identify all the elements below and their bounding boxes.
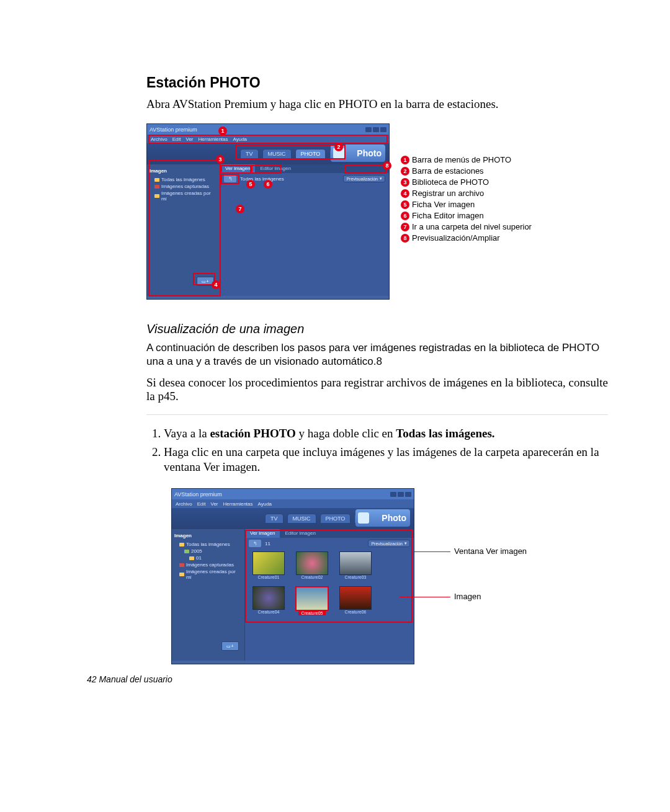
station-tab-tv[interactable]: TV (265, 514, 284, 524)
menu-item[interactable]: Herramientas (199, 136, 228, 142)
sidebar-item-all[interactable]: Todas las imágenes (174, 541, 242, 548)
avstation-screenshot-1: AVStation premium Archivo Edit Ver Herra… (146, 123, 390, 300)
avstation-screenshot-2: AVStation premium Archivo Edit Ver Herra… (171, 488, 414, 664)
legend-item: Barra de menús de PHOTO (412, 154, 511, 166)
legend-item: Biblioteca de PHOTO (412, 177, 489, 188)
sidebar-header: Imagen (174, 533, 242, 538)
section2-p2: Si desea conocer los procedimientos para… (146, 376, 608, 403)
divider (146, 414, 608, 415)
menu-item[interactable]: Herramientas (223, 501, 253, 507)
image-thumbnail[interactable]: Creature05 (295, 586, 329, 617)
legend-item: Ficha Ver imagen (412, 199, 475, 210)
station-tab-music[interactable]: MUSIC (287, 514, 316, 524)
page-footer: 42 Manual del usuario (87, 674, 172, 684)
menu-item[interactable]: Ayuda (233, 136, 248, 142)
preview-button[interactable]: Previsualización▾ (368, 540, 410, 547)
step-1: Vaya a la estación PHOTO y haga doble cl… (164, 426, 608, 441)
image-thumbnail[interactable]: Creature04 (251, 586, 286, 617)
breadcrumb: 11 (265, 541, 270, 547)
legend-item: Ficha Editor imagen (412, 210, 484, 221)
intro-text: Abra AVStation Premium y haga clic en PH… (146, 97, 608, 111)
sidebar-item-captured[interactable]: Imágenes capturadas (174, 561, 242, 568)
menu-item[interactable]: Ver (210, 501, 218, 507)
up-button[interactable]: ↰ (249, 540, 261, 547)
menu-item[interactable]: Edit (197, 501, 206, 507)
section-title: Estación PHOTO (146, 74, 608, 91)
legend-item: Registrar un archivo (412, 188, 484, 199)
tab-view-image[interactable]: Ver imagen (245, 529, 280, 538)
menu-item[interactable]: Archivo (176, 501, 192, 507)
image-thumbnail[interactable]: Creature01 (251, 551, 286, 582)
menu-item[interactable]: Ayuda (258, 501, 272, 507)
sidebar-item-created[interactable]: Imágenes creadas por mí (174, 568, 242, 581)
section2-p1: A continuación de describen los pasos pa… (146, 341, 608, 368)
app-title: AVStation premium (174, 491, 222, 497)
sidebar-header: Imagen (150, 168, 217, 174)
subsection-title: Visualización de una imagen (146, 322, 608, 336)
tab-view-image[interactable]: Ver imagen (220, 164, 255, 173)
legend-item: Barra de estaciones (412, 166, 484, 177)
station-badge: Photo (355, 509, 410, 527)
station-tab-photo[interactable]: PHOTO (320, 514, 351, 524)
menu-item[interactable]: Archivo (151, 136, 168, 142)
station-badge-label: Photo (357, 148, 382, 158)
legend-item: Previsualización/Ampliar (412, 233, 500, 244)
photo-icon (358, 512, 369, 524)
menu-item[interactable]: Ver (185, 136, 193, 142)
thumbnail-grid: Creature01 Creature02 Creature03 Creatur… (245, 549, 414, 620)
sidebar-item-all[interactable]: Todas las imágenes (150, 176, 217, 183)
window-controls (390, 492, 411, 497)
step-2: Haga clic en una carpeta que incluya imá… (164, 445, 608, 475)
app-title: AVStation premium (150, 127, 197, 133)
image-thumbnail[interactable]: Creature06 (338, 586, 373, 617)
sidebar-item-month[interactable]: 01 (174, 555, 242, 561)
sidebar-item-created[interactable]: Imágenes creadas por mí (150, 190, 217, 202)
callout-view-window: Ventana Ver imagen (454, 547, 527, 556)
image-thumbnail[interactable]: Creature03 (338, 551, 373, 582)
legend-item: Ir a una carpeta del nivel superior (412, 221, 532, 233)
station-badge-label: Photo (382, 513, 406, 523)
station-tab-tv[interactable]: TV (240, 149, 259, 159)
sidebar-item-year[interactable]: 2005 (174, 548, 242, 555)
callout-image: Imagen (454, 592, 481, 601)
register-file-button[interactable]: ▭+ (221, 641, 239, 651)
station-tab-music[interactable]: MUSIC (262, 149, 292, 159)
preview-button[interactable]: Previsualización▾ (343, 175, 385, 182)
window-controls (365, 127, 386, 132)
menu-item[interactable]: Edit (172, 136, 181, 142)
sidebar-item-captured[interactable]: Imágenes capturadas (150, 183, 217, 190)
image-thumbnail[interactable]: Creature02 (295, 551, 329, 582)
breadcrumb: Todas las imágenes (240, 176, 284, 182)
tab-editor-image[interactable]: Editor imagen (280, 529, 320, 538)
tab-editor-image[interactable]: Editor imagen (255, 164, 295, 173)
station-tab-photo[interactable]: PHOTO (295, 149, 326, 159)
up-button[interactable]: ↰ (224, 175, 236, 182)
figure-legend: 1Barra de menús de PHOTO 2Barra de estac… (401, 154, 532, 244)
